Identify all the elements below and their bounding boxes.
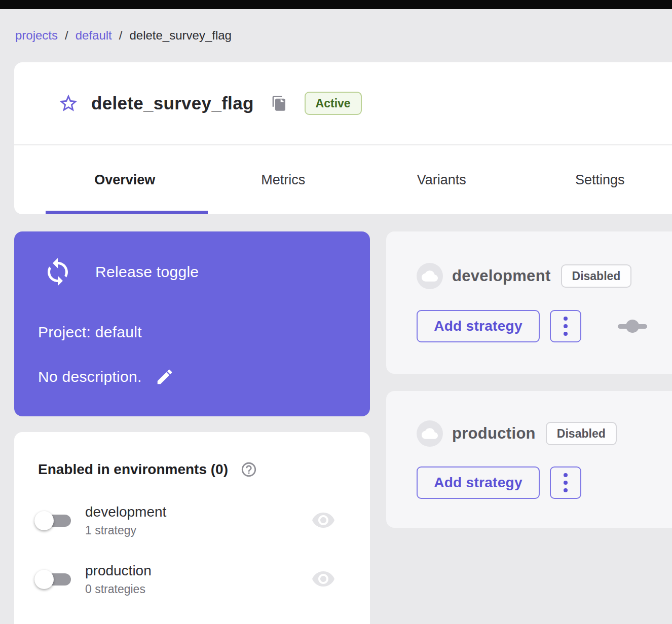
breadcrumb-separator: /: [119, 28, 123, 43]
breadcrumb-separator: /: [65, 28, 68, 43]
environment-card-development: development Disabled Add strategy: [386, 231, 672, 374]
env-row-strategy-count: 0 strategies: [85, 582, 152, 596]
env-card-actions: Add strategy: [417, 310, 647, 342]
kebab-dot: [564, 332, 568, 336]
kebab-dot: [564, 488, 568, 492]
kebab-dot: [564, 317, 568, 321]
kebab-menu-icon[interactable]: [550, 310, 581, 342]
tab-variants[interactable]: Variants: [362, 145, 521, 214]
env-row-name: production: [85, 563, 152, 579]
production-toggle[interactable]: [34, 569, 74, 590]
add-strategy-button[interactable]: Add strategy: [417, 466, 540, 499]
status-badge: Active: [305, 92, 362, 115]
env-card-header: development Disabled: [417, 263, 631, 289]
eye-icon[interactable]: [311, 512, 335, 529]
cloud-icon: [422, 425, 438, 442]
env-card-name: production: [452, 424, 536, 443]
env-row-strategy-count: 1 strategy: [85, 524, 166, 537]
breadcrumb-projects[interactable]: projects: [15, 28, 58, 43]
env-status-chip: Disabled: [561, 264, 632, 288]
flag-header-card: delete_survey_flag Active Overview Metri…: [14, 62, 672, 214]
tab-overview[interactable]: Overview: [46, 145, 204, 214]
toggle-type-label: Release toggle: [95, 263, 199, 281]
active-tab-underline: [46, 211, 208, 214]
tab-metrics[interactable]: Metrics: [204, 145, 363, 214]
add-strategy-button[interactable]: Add strategy: [417, 310, 540, 342]
breadcrumb-current: delete_survey_flag: [129, 28, 231, 43]
copy-icon[interactable]: [271, 95, 287, 111]
toggle-thumb: [34, 511, 54, 530]
toggle-type-card: Release toggle Project: default No descr…: [14, 231, 370, 416]
env-card-actions: Add strategy: [417, 466, 581, 499]
sync-arrows-icon: [43, 257, 73, 287]
panel-title-row: Enabled in environments (0): [38, 461, 257, 478]
kebab-dot: [564, 481, 568, 485]
environment-enable-toggle[interactable]: [618, 319, 647, 333]
tab-settings[interactable]: Settings: [521, 145, 672, 214]
development-toggle[interactable]: [34, 510, 74, 531]
kebab-menu-icon[interactable]: [550, 466, 581, 499]
env-card-header: production Disabled: [417, 420, 617, 447]
env-avatar: [417, 263, 443, 289]
toggle-thumb: [34, 570, 54, 589]
eye-icon[interactable]: [311, 571, 335, 588]
env-row-labels: production 0 strategies: [85, 563, 152, 596]
cloud-icon: [422, 268, 438, 284]
env-row-name: development: [85, 504, 166, 520]
env-row-production: production 0 strategies: [34, 563, 350, 596]
toggle-thumb: [626, 320, 639, 333]
enabled-environments-panel: Enabled in environments (0) development …: [14, 432, 370, 624]
top-window-bar: [0, 0, 672, 9]
env-avatar: [417, 420, 443, 447]
env-status-chip: Disabled: [546, 422, 617, 445]
tab-bar: Overview Metrics Variants Settings: [14, 145, 672, 214]
toggle-type-row: Release toggle: [43, 257, 199, 287]
breadcrumb: projects / default / delete_survey_flag: [15, 28, 232, 43]
kebab-dot: [564, 324, 568, 328]
panel-title: Enabled in environments (0): [38, 461, 228, 478]
description-text: No description.: [38, 368, 142, 385]
project-label: Project: default: [38, 324, 142, 341]
env-card-name: development: [452, 267, 551, 285]
page: projects / default / delete_survey_flag …: [0, 0, 672, 624]
help-icon[interactable]: [240, 461, 257, 478]
environment-card-production: production Disabled Add strategy: [386, 391, 672, 528]
flag-title-row: delete_survey_flag Active: [14, 62, 672, 144]
favorite-star-icon[interactable]: [58, 93, 79, 114]
page-title: delete_survey_flag: [91, 93, 254, 113]
kebab-dot: [564, 473, 568, 477]
env-row-development: development 1 strategy: [34, 504, 350, 537]
edit-pencil-icon[interactable]: [155, 367, 174, 386]
description-row: No description.: [38, 367, 174, 386]
env-row-labels: development 1 strategy: [85, 504, 166, 537]
breadcrumb-default[interactable]: default: [76, 28, 112, 43]
